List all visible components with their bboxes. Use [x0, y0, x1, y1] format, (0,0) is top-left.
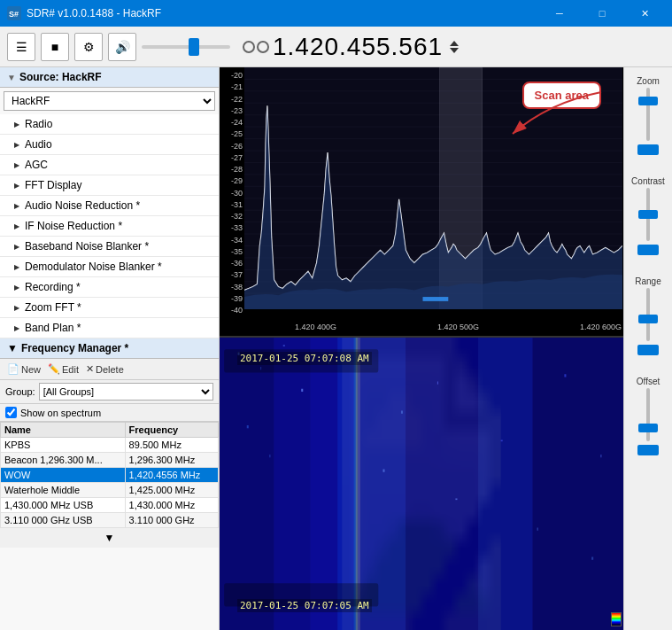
source-select[interactable]: HackRF — [4, 91, 215, 111]
svg-rect-44 — [283, 345, 285, 346]
scroll-down-icon: ▼ — [104, 532, 115, 544]
spectrum-x-labels: 1.420 400G 1.420 500G 1.420 600G — [244, 318, 672, 336]
audio-noise-expand-icon: ▶ — [14, 202, 19, 210]
svg-rect-41 — [533, 338, 623, 630]
range-section: Range — [626, 273, 670, 359]
spectrum-y-labels: -20 -21 -22 -23 -24 -25 -26 -27 -28 -29 … — [220, 67, 244, 318]
sidebar-item-audio-noise[interactable]: ▶ Audio Noise Reduction * — [0, 196, 219, 216]
delete-button[interactable]: ✕ Delete — [84, 362, 126, 376]
sidebar-item-radio[interactable]: ▶ Radio — [0, 114, 219, 135]
delete-label: Delete — [96, 364, 124, 375]
scan-area-label: Scan area — [535, 89, 589, 102]
table-row[interactable]: Waterhole Middle 1,425.000 MHz — [1, 483, 219, 498]
right-panel: Zoom Contrast Range — [623, 67, 672, 630]
source-label: Source: HackRF — [19, 71, 102, 83]
delete-icon: ✕ — [86, 363, 94, 375]
sidebar-item-recording[interactable]: ▶ Recording * — [0, 277, 219, 298]
sidebar-item-agc[interactable]: ▶ AGC — [0, 155, 219, 175]
contrast-slider-track[interactable] — [646, 188, 650, 241]
svg-rect-57 — [591, 557, 593, 560]
freq-manager-section[interactable]: ▼ Frequency Manager * — [0, 338, 219, 359]
group-row: Group: [All Groups] — [0, 380, 219, 404]
row-frequency: 89.500 MHz — [125, 438, 218, 453]
range-value-indicator[interactable] — [637, 345, 659, 355]
row-name: WOW — [1, 468, 126, 483]
sidebar-item-demodulator[interactable]: ▶ Demodulator Noise Blanker * — [0, 257, 219, 277]
table-row[interactable]: KPBS 89.500 MHz — [1, 438, 219, 453]
offset-slider-thumb[interactable] — [638, 424, 658, 432]
new-icon: 📄 — [7, 363, 19, 375]
sidebar-item-band-plan[interactable]: ▶ Band Plan * — [0, 318, 219, 338]
zoom-value-indicator[interactable] — [637, 144, 659, 155]
waterfall-display[interactable]: 2017-01-25 07:07:08 AM 2017-01-25 07:07:… — [220, 338, 672, 630]
freq-manager-label: Frequency Manager * — [21, 342, 128, 354]
show-spectrum-label: Show on spectrum — [20, 408, 101, 418]
audio-expand-icon: ▶ — [14, 141, 19, 149]
close-button[interactable]: ✕ — [624, 0, 665, 27]
sidebar-item-fft[interactable]: ▶ FFT Display — [0, 175, 219, 196]
offset-slider-track[interactable] — [646, 388, 650, 441]
freq-circle-2 — [257, 41, 269, 53]
offset-value-indicator[interactable] — [637, 445, 659, 455]
content-area: -20 -21 -22 -23 -24 -25 -26 -27 -28 -29 … — [220, 67, 672, 630]
table-row[interactable]: 1,430.000 MHz USB 1,430.000 MHz — [1, 498, 219, 513]
freq-down-arrow[interactable] — [450, 48, 459, 53]
sidebar-item-if-noise[interactable]: ▶ IF Noise Reduction * — [0, 216, 219, 237]
contrast-slider-thumb[interactable] — [638, 210, 658, 219]
range-slider-thumb[interactable] — [638, 315, 658, 323]
zoom-fft-expand-icon: ▶ — [14, 304, 19, 312]
table-row[interactable]: Beacon 1,296.300 M... 1,296.300 MHz — [1, 453, 219, 468]
row-frequency: 1,420.4556 MHz — [125, 468, 218, 483]
stop-button[interactable]: ■ — [41, 33, 69, 61]
menu-button[interactable]: ☰ — [7, 33, 35, 61]
sidebar-item-label: Demodulator Noise Blanker * — [25, 261, 162, 273]
spectrum-display[interactable]: -20 -21 -22 -23 -24 -25 -26 -27 -28 -29 … — [220, 67, 672, 338]
sidebar: ▼ Source: HackRF HackRF ▶ Radio ▶ Audio … — [0, 67, 220, 630]
sidebar-scroll-down[interactable]: ▼ — [0, 528, 219, 548]
zoom-slider-thumb[interactable] — [638, 97, 658, 105]
sidebar-source-header[interactable]: ▼ Source: HackRF — [0, 67, 219, 88]
range-slider-track[interactable] — [646, 288, 650, 341]
sidebar-item-label: AGC — [25, 159, 48, 171]
new-label: New — [21, 364, 41, 375]
contrast-value-indicator[interactable] — [637, 245, 659, 255]
settings-button[interactable]: ⚙ — [74, 33, 103, 61]
show-spectrum-row[interactable]: Show on spectrum — [0, 404, 219, 422]
sidebar-item-label: Zoom FFT * — [25, 301, 81, 314]
show-spectrum-checkbox[interactable] — [5, 407, 17, 418]
group-select[interactable]: [All Groups] — [39, 383, 213, 401]
sidebar-item-baseband[interactable]: ▶ Baseband Noise Blanker * — [0, 237, 219, 257]
freq-manager-arrow: ▼ — [7, 342, 18, 354]
sidebar-item-label: Recording * — [25, 281, 81, 293]
volume-button[interactable]: 🔊 — [108, 33, 136, 61]
waterfall-svg — [220, 338, 623, 630]
source-collapse-arrow: ▼ — [7, 73, 16, 82]
svg-rect-47 — [401, 411, 403, 414]
table-row-selected[interactable]: WOW 1,420.4556 MHz — [1, 468, 219, 483]
offset-section: Offset — [626, 373, 670, 459]
sidebar-item-label: IF Noise Reduction * — [25, 220, 122, 232]
sidebar-item-label: Audio Noise Reduction * — [25, 199, 140, 212]
new-button[interactable]: 📄 New — [5, 362, 42, 376]
row-name: 1,430.000 MHz USB — [1, 498, 126, 513]
table-row[interactable]: 3.110 000 GHz USB 3.110 000 GHz — [1, 513, 219, 528]
minimize-button[interactable]: ─ — [539, 0, 580, 27]
row-frequency: 1,430.000 MHz — [125, 498, 218, 513]
zoom-slider-track[interactable] — [646, 88, 650, 141]
freq-up-arrow[interactable] — [450, 41, 459, 46]
frequency-value[interactable]: 1.420.455.561 — [273, 33, 443, 61]
maximize-button[interactable]: □ — [582, 0, 622, 27]
freq-arrows[interactable] — [450, 41, 459, 53]
svg-rect-51 — [600, 455, 601, 457]
row-frequency: 1,425.000 MHz — [125, 483, 218, 498]
row-frequency: 3.110 000 GHz — [125, 513, 218, 528]
sidebar-item-zoom-fft[interactable]: ▶ Zoom FFT * — [0, 298, 219, 318]
svg-rect-39 — [406, 338, 478, 630]
edit-button[interactable]: ✏️ Edit — [46, 362, 81, 376]
freq-circles — [243, 41, 269, 53]
title-bar-title: SDR# v1.0.0.1488 - HackRF — [27, 7, 161, 19]
row-name: KPBS — [1, 438, 126, 453]
x-label-3: 1.420 600G — [580, 323, 622, 331]
sidebar-item-audio[interactable]: ▶ Audio — [0, 135, 219, 155]
volume-slider[interactable] — [142, 45, 230, 49]
